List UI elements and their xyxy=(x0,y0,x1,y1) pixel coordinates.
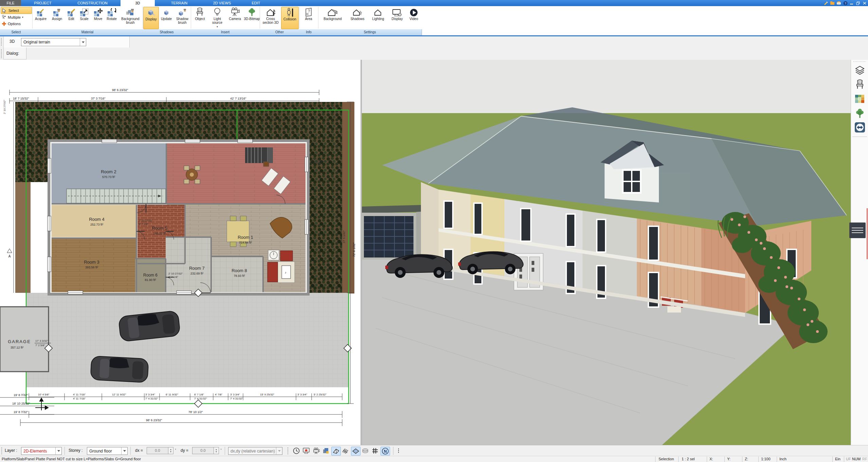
svg-text:98' 6 23/32": 98' 6 23/32" xyxy=(146,419,162,422)
layers-icon[interactable] xyxy=(854,65,866,76)
bitmap3d-button[interactable]: 3D-Bitmap xyxy=(243,7,261,29)
update-shadows-button[interactable]: Update xyxy=(159,7,174,29)
floor-plan-2d-view[interactable]: 98' 6 23/32" 18' 7 15/32" 37' 3 7/16" 42… xyxy=(0,60,361,445)
update-shadows-icon xyxy=(162,7,170,17)
folder-icon[interactable] xyxy=(830,1,835,5)
tab-edit[interactable]: EDIT xyxy=(240,0,272,6)
svg-text:146.33 ft²: 146.33 ft² xyxy=(153,232,166,235)
toolbar-grip[interactable] xyxy=(1,38,2,46)
car-plan-2[interactable] xyxy=(90,356,148,383)
hedge-top[interactable] xyxy=(15,102,342,142)
layer-chevron-icon[interactable] xyxy=(55,447,61,455)
dx-spinner[interactable]: ▲▼ xyxy=(168,447,173,454)
animation-clock-icon[interactable] xyxy=(292,447,301,455)
materials-palette-icon[interactable] xyxy=(854,93,866,105)
group-label-settings: Settings xyxy=(318,29,422,35)
roof-view-icon[interactable] xyxy=(331,447,341,456)
layers-stack-icon[interactable] xyxy=(321,447,330,455)
unit-indicator[interactable]: Inch xyxy=(779,457,787,461)
restore-button[interactable] xyxy=(855,1,861,5)
remote-support-icon[interactable] xyxy=(854,122,866,133)
plants-tree-icon[interactable] xyxy=(854,107,866,119)
video-button[interactable]: Video xyxy=(407,7,421,29)
assign-button[interactable]: Assign xyxy=(50,7,64,29)
selection-count: 1 : 2 sel xyxy=(682,457,695,461)
shadows-settings-button[interactable]: Shadows xyxy=(347,7,368,29)
camera-small-icon[interactable] xyxy=(312,447,320,455)
close-button[interactable] xyxy=(862,1,867,5)
hedge-right[interactable] xyxy=(306,102,342,294)
mode-chevron-icon[interactable] xyxy=(276,447,282,455)
tab-project[interactable]: PROJECT xyxy=(21,0,64,6)
edit-button[interactable]: Edit xyxy=(65,7,77,29)
background-settings-button[interactable]: Background xyxy=(319,7,346,29)
toolbar-grip2[interactable] xyxy=(1,49,2,58)
svg-text:714.84 ft²: 714.84 ft² xyxy=(239,241,252,244)
objects-chair-icon[interactable] xyxy=(854,79,866,90)
chevron-down-icon[interactable] xyxy=(80,38,86,46)
panel-drag-handle[interactable] xyxy=(849,223,866,238)
icon-group-grip[interactable] xyxy=(287,447,289,455)
acquire-button[interactable]: Acquire xyxy=(33,7,49,29)
coordinate-mode-select[interactable]: dx,dy (relative cartesian) xyxy=(228,447,282,455)
tab-file[interactable]: FILE xyxy=(0,0,21,6)
display-settings-button[interactable]: Display xyxy=(388,7,406,29)
soil-left[interactable] xyxy=(15,182,31,293)
scrollbar-indicator[interactable] xyxy=(867,208,868,259)
dx-field[interactable]: 0.0 ▲▼ xyxy=(147,447,173,454)
contour-layers-icon[interactable] xyxy=(361,447,370,455)
printer-icon[interactable] xyxy=(836,1,842,5)
collision-label: Collision xyxy=(283,17,296,21)
multiple-button[interactable]: Multiple ▾ xyxy=(1,14,32,20)
dy-field[interactable]: 0.0 ▲▼ xyxy=(192,447,219,454)
storey-select[interactable]: Ground floor xyxy=(87,447,128,455)
move-button[interactable]: Move xyxy=(92,7,105,29)
flat-tile-icon[interactable] xyxy=(351,447,361,456)
tab-terrain[interactable]: TERRAIN xyxy=(155,0,204,6)
stairs[interactable] xyxy=(67,189,166,203)
tools-icon[interactable] xyxy=(823,1,829,5)
svg-text:18' 10 25/32": 18' 10 25/32" xyxy=(12,402,30,405)
hatch-texture-icon[interactable] xyxy=(341,447,350,455)
right-toolbar-grip[interactable] xyxy=(853,61,866,62)
multiple-label: Multiple xyxy=(8,15,21,19)
shadow-brush-button[interactable]: Shadow brush xyxy=(174,7,190,29)
minimize-button[interactable] xyxy=(849,1,854,5)
light-source-button[interactable]: Light source ▾ xyxy=(208,7,226,29)
ribbon: Select Multiple ▾ Options Acquire Assign… xyxy=(0,6,868,36)
scale-indicator[interactable]: 1:100 xyxy=(761,457,771,461)
rotate-button[interactable]: Rotate xyxy=(105,7,119,29)
dy-spinner[interactable]: ▲▼ xyxy=(214,447,219,454)
lighting-settings-button[interactable]: Lighting xyxy=(369,7,388,29)
room-7[interactable] xyxy=(166,237,211,292)
layer-select[interactable]: 2D-Elements xyxy=(21,447,62,455)
cross-section-button[interactable]: Cross section 3D xyxy=(261,7,280,29)
storey-chevron-icon[interactable] xyxy=(121,447,127,455)
svg-text:232.69 ft²: 232.69 ft² xyxy=(190,272,203,275)
tab-construction[interactable]: CONSTRUCTION xyxy=(64,0,121,6)
options-button[interactable]: Options xyxy=(1,20,32,27)
driveway-platform[interactable] xyxy=(26,293,349,387)
render-3d-view[interactable] xyxy=(362,60,851,445)
tab-2d-views[interactable]: 2D VIEWS xyxy=(204,0,240,6)
select-button[interactable]: Select xyxy=(1,7,32,14)
camera-button[interactable]: Camera xyxy=(227,7,243,29)
scale-button[interactable]: Scale xyxy=(77,7,91,29)
area-button[interactable]: ? Area xyxy=(301,7,316,29)
help-icon[interactable]: ? xyxy=(843,1,848,5)
ein-indicator[interactable]: Ein xyxy=(835,457,841,461)
tab-3d[interactable]: 3D xyxy=(121,0,155,6)
north-arrow-icon[interactable]: N xyxy=(381,447,390,456)
collision-button[interactable]: Collision xyxy=(281,7,299,29)
display-shadows-button[interactable]: Display xyxy=(143,7,159,29)
hedge-left[interactable] xyxy=(15,102,50,182)
shadow-brush-label: Shadow brush xyxy=(174,17,190,24)
monitor-star-icon[interactable] xyxy=(302,447,311,455)
object-button[interactable]: Object xyxy=(192,7,208,29)
grid-icon[interactable] xyxy=(371,447,380,455)
bottom-toolbar-grip[interactable] xyxy=(1,447,2,455)
more-options-dots[interactable] xyxy=(398,448,399,454)
ribbon-tab-bar: FILE PROJECT CONSTRUCTION 3D TERRAIN 2D … xyxy=(0,0,868,6)
background-brush-button[interactable]: Background brush xyxy=(119,7,142,29)
terrain-select[interactable]: Original terrain xyxy=(21,38,86,46)
